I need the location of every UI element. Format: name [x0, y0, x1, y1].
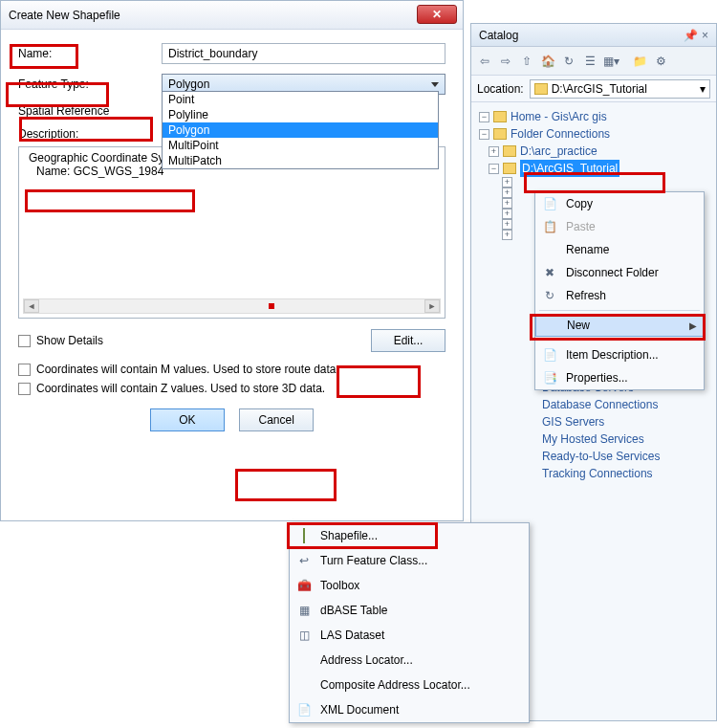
expand-icon[interactable]: + [502, 209, 512, 219]
name-input[interactable] [162, 43, 445, 64]
description-box: Geographic Coordinate System: Name: GCS_… [18, 146, 445, 319]
home-icon[interactable]: 🏠 [538, 52, 557, 71]
tree-r2u[interactable]: Ready-to-Use Services [542, 448, 660, 465]
expand-icon[interactable]: + [502, 230, 512, 240]
list-view-icon[interactable]: ▦▾ [601, 52, 620, 71]
expand-icon[interactable]: + [502, 188, 512, 198]
scroll-right-icon[interactable]: ► [424, 299, 440, 313]
expand-icon[interactable]: + [502, 219, 512, 230]
option-point[interactable]: Point [163, 92, 438, 107]
gear-icon[interactable]: ⚙ [651, 52, 670, 71]
ctx-item-description[interactable]: 📄Item Description... [535, 343, 704, 366]
new-toolbox[interactable]: 🧰Toolbox [290, 573, 529, 598]
refresh-icon: ↻ [541, 289, 558, 302]
ctx-rename[interactable]: Rename [535, 238, 704, 261]
connect-folder-icon[interactable]: 📁 [630, 52, 649, 71]
new-shapefile[interactable]: Shapefile... [290, 523, 529, 548]
paste-icon: 📋 [541, 220, 558, 233]
tree-arcgis-tutorial[interactable]: D:\ArcGIS_Tutorial [520, 160, 619, 177]
tree-hosted[interactable]: My Hosted Services [542, 430, 644, 448]
chevron-down-icon [431, 82, 439, 87]
up-icon[interactable]: ⇧ [517, 52, 536, 71]
tree-arc-practice[interactable]: D:\arc_practice [520, 143, 598, 160]
z-values-checkbox[interactable] [18, 383, 31, 395]
chevron-down-icon: ▾ [700, 82, 706, 96]
properties-icon: 📑 [541, 371, 558, 385]
create-shapefile-dialog: Create New Shapefile ✕ Name: Feature Typ… [0, 0, 464, 521]
expand-icon[interactable]: − [489, 164, 499, 174]
new-turn-feature-class[interactable]: ↩Turn Feature Class... [290, 548, 529, 573]
tree-db-conn[interactable]: Database Connections [542, 396, 658, 413]
copy-icon: 📄 [541, 197, 558, 210]
turn-fc-icon: ↩ [295, 554, 313, 567]
ctx-disconnect[interactable]: ✖Disconnect Folder [535, 261, 704, 284]
folder-icon [503, 163, 516, 174]
toggle-tree-icon[interactable]: ☰ [580, 52, 599, 71]
folder-icon [493, 111, 507, 122]
tree-gis-servers[interactable]: GIS Servers [542, 413, 604, 430]
tree-home[interactable]: Home - Gis\Arc gis [511, 108, 607, 125]
option-multipoint[interactable]: MultiPoint [163, 138, 438, 153]
catalog-titlebar[interactable]: Catalog 📌 × [471, 24, 716, 47]
red-dot-marker [269, 303, 274, 309]
location-value: D:\ArcGIS_Tutorial [552, 82, 647, 96]
back-icon[interactable]: ⇦ [475, 52, 494, 71]
tree-folder-connections[interactable]: Folder Connections [511, 125, 610, 143]
location-label: Location: [477, 82, 524, 96]
scroll-left-icon[interactable]: ◄ [24, 299, 39, 313]
folder-icon [534, 83, 548, 95]
tree-tracking[interactable]: Tracking Connections [542, 465, 653, 482]
ok-button[interactable]: OK [150, 408, 225, 431]
refresh-icon[interactable]: ↻ [559, 52, 578, 71]
show-details-label: Show Details [36, 334, 103, 347]
catalog-title: Catalog [479, 29, 518, 42]
table-icon: ▦ [295, 604, 313, 617]
show-details-checkbox[interactable] [18, 335, 31, 347]
xml-icon: 📄 [295, 703, 313, 717]
feature-type-selected: Polygon [168, 77, 209, 91]
expand-icon[interactable]: − [479, 129, 489, 140]
feature-type-label: Feature Type: [18, 77, 162, 91]
ctx-paste: 📋Paste [535, 215, 704, 238]
location-combo[interactable]: D:\ArcGIS_Tutorial ▾ [530, 79, 710, 99]
ctx-new[interactable]: New▶ [535, 314, 704, 337]
ctx-copy[interactable]: 📄Copy [535, 192, 704, 215]
document-icon: 📄 [541, 348, 558, 362]
horizontal-scrollbar[interactable]: ◄ ► [23, 298, 441, 314]
forward-icon[interactable]: ⇨ [496, 52, 515, 71]
cancel-button[interactable]: Cancel [239, 408, 314, 431]
m-values-checkbox[interactable] [18, 364, 31, 376]
expand-icon[interactable]: + [502, 198, 512, 209]
shapefile-icon [303, 528, 305, 543]
dialog-title: Create New Shapefile [9, 9, 120, 22]
new-las-dataset[interactable]: ◫LAS Dataset [290, 623, 529, 648]
new-address-locator[interactable]: Address Locator... [290, 648, 529, 673]
m-values-label: Coordinates will contain M values. Used … [36, 363, 339, 376]
name-label: Name: [18, 47, 162, 60]
pin-icon[interactable]: 📌 [684, 29, 698, 42]
option-polygon[interactable]: Polygon [163, 122, 438, 138]
new-xml-document[interactable]: 📄XML Document [290, 697, 529, 722]
catalog-context-menu: 📄Copy 📋Paste Rename ✖Disconnect Folder ↻… [534, 191, 705, 390]
expand-icon[interactable]: + [489, 146, 499, 157]
new-composite-address-locator[interactable]: Composite Address Locator... [290, 673, 529, 697]
close-panel-icon[interactable]: × [702, 29, 708, 42]
folder-icon [503, 145, 516, 157]
feature-type-dropdown[interactable]: Point Polyline Polygon MultiPoint MultiP… [162, 91, 439, 169]
las-icon: ◫ [295, 629, 313, 642]
z-values-label: Coordinates will contain Z values. Used … [36, 382, 325, 395]
expand-icon[interactable]: − [479, 112, 489, 122]
edit-button[interactable]: Edit... [371, 329, 445, 352]
expand-icon[interactable]: + [502, 177, 512, 188]
catalog-toolbar: ⇦ ⇨ ⇧ 🏠 ↻ ☰ ▦▾ 📁 ⚙ [471, 47, 716, 76]
option-polyline[interactable]: Polyline [163, 107, 438, 122]
close-button[interactable]: ✕ [417, 5, 457, 24]
option-multipatch[interactable]: MultiPatch [163, 153, 438, 168]
ctx-refresh[interactable]: ↻Refresh [535, 284, 704, 307]
disconnect-icon: ✖ [541, 266, 558, 279]
dialog-titlebar[interactable]: Create New Shapefile ✕ [1, 1, 463, 30]
new-dbase-table[interactable]: ▦dBASE Table [290, 598, 529, 623]
ctx-properties[interactable]: 📑Properties... [535, 366, 704, 389]
folder-icon [493, 128, 507, 140]
submenu-arrow-icon: ▶ [689, 320, 697, 331]
